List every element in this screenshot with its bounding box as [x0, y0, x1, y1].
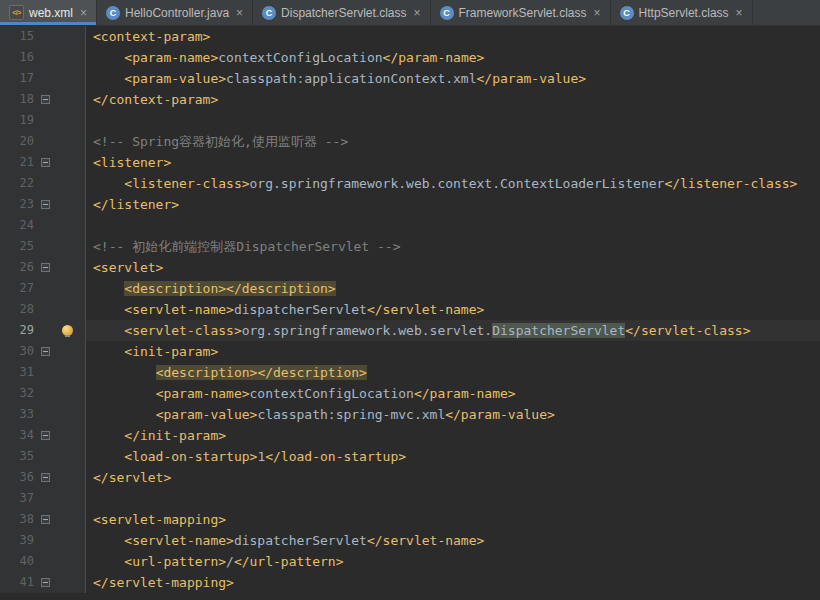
code-token: </param-value>: [445, 407, 555, 422]
code-token: <param-name>: [156, 386, 250, 401]
fold-marker-icon[interactable]: [41, 158, 50, 167]
line-number: 19: [0, 110, 34, 131]
fold-marker-icon[interactable]: [41, 95, 50, 104]
line-number: 29: [0, 320, 34, 341]
fold-marker-icon[interactable]: [41, 200, 50, 209]
code-token: <load-on-startup>: [124, 449, 257, 464]
code-token: </servlet-mapping>: [93, 575, 234, 590]
fold-marker-icon[interactable]: [41, 473, 50, 482]
editor-gutter: 38: [0, 509, 86, 530]
code-token: <servlet>: [93, 260, 163, 275]
line-number: 24: [0, 215, 34, 236]
editor-gutter: 27: [0, 278, 86, 299]
editor-pane[interactable]: 15<context-param>16 <param-name>contextC…: [0, 26, 820, 600]
code-line: 34 </init-param>: [0, 425, 820, 446]
editor-gutter: 29: [0, 320, 86, 341]
line-number: 18: [0, 89, 34, 110]
editor-gutter: 34: [0, 425, 86, 446]
line-number: 26: [0, 257, 34, 278]
code-token: [93, 407, 156, 422]
code-line: 15<context-param>: [0, 26, 820, 47]
code-line: 18</context-param>: [0, 89, 820, 110]
editor-gutter: 16: [0, 47, 86, 68]
fold-marker-icon[interactable]: [41, 578, 50, 587]
code-line: 25<!-- 初始化前端控制器DispatcherServlet -->: [0, 236, 820, 257]
code-token: <servlet-class>: [124, 323, 241, 338]
tab-close-icon[interactable]: ×: [736, 7, 743, 19]
tab-dispatcherservlet-class[interactable]: CDispatcherServlet.class×: [253, 0, 430, 25]
fold-marker-icon[interactable]: [41, 263, 50, 272]
code-line: 26<servlet>: [0, 257, 820, 278]
editor-gutter: 33: [0, 404, 86, 425]
editor-tab-bar: </>web.xml×CHelloController.java×CDispat…: [0, 0, 820, 26]
editor-gutter: 37: [0, 488, 86, 509]
code-line: 30 <init-param>: [0, 341, 820, 362]
tab-close-icon[interactable]: ×: [414, 7, 421, 19]
code-line: 22 <listener-class>org.springframework.w…: [0, 173, 820, 194]
code-text: <description></description>: [86, 362, 820, 383]
code-token: contextConfigLocation: [250, 386, 414, 401]
code-line: 31 <description></description>: [0, 362, 820, 383]
editor-gutter: 25: [0, 236, 86, 257]
code-token: </description>: [257, 365, 367, 380]
code-line: 17 <param-value>classpath:applicationCon…: [0, 68, 820, 89]
tab-close-icon[interactable]: ×: [236, 7, 243, 19]
code-line: 33 <param-value>classpath:spring-mvc.xml…: [0, 404, 820, 425]
ide-window: </>web.xml×CHelloController.java×CDispat…: [0, 0, 820, 600]
code-token: [93, 449, 124, 464]
code-text: <listener-class>org.springframework.web.…: [86, 173, 820, 194]
code-token: <servlet-name>: [124, 533, 234, 548]
tab-close-icon[interactable]: ×: [594, 7, 601, 19]
fold-marker-icon[interactable]: [41, 431, 50, 440]
code-token: </param-value>: [477, 71, 587, 86]
code-token: </servlet-name>: [367, 533, 484, 548]
fold-marker-icon[interactable]: [41, 515, 50, 524]
code-token: </servlet-name>: [367, 302, 484, 317]
code-token: [93, 176, 124, 191]
editor-gutter: 41: [0, 572, 86, 593]
code-text: <init-param>: [86, 341, 820, 362]
code-token: org.springframework.web.context.ContextL…: [250, 176, 665, 191]
code-token: [93, 323, 124, 338]
editor-gutter: 35: [0, 446, 86, 467]
code-token: <!-- 初始化前端控制器DispatcherServlet -->: [93, 239, 401, 254]
fold-marker-icon[interactable]: [41, 347, 50, 356]
code-line: 39 <servlet-name>dispatcherServlet</serv…: [0, 530, 820, 551]
code-line: 20<!-- Spring容器初始化,使用监听器 -->: [0, 131, 820, 152]
code-text: <listener>: [86, 152, 820, 173]
code-line: 36</servlet>: [0, 467, 820, 488]
editor-gutter: 26: [0, 257, 86, 278]
line-number: 39: [0, 530, 34, 551]
code-token: <param-value>: [156, 407, 258, 422]
code-line: 38<servlet-mapping>: [0, 509, 820, 530]
code-token: </description>: [226, 281, 336, 296]
code-token: <url-pattern>: [124, 554, 226, 569]
code-text: </context-param>: [86, 89, 820, 110]
code-text: <param-name>contextConfigLocation</param…: [86, 47, 820, 68]
code-token: <servlet-mapping>: [93, 512, 226, 527]
code-token: classpath:applicationContext.xml: [226, 71, 476, 86]
code-text: </servlet-mapping>: [86, 572, 820, 593]
editor-gutter: 21: [0, 152, 86, 173]
code-line: 24: [0, 215, 820, 236]
line-number: 36: [0, 467, 34, 488]
code-line: 29 <servlet-class>org.springframework.we…: [0, 320, 820, 341]
tab-label: HttpServlet.class: [639, 6, 729, 20]
code-text: <servlet>: [86, 257, 820, 278]
tab-httpservlet-class[interactable]: CHttpServlet.class×: [611, 0, 753, 25]
code-token: [93, 386, 156, 401]
editor-gutter: 18: [0, 89, 86, 110]
code-token: [93, 554, 124, 569]
editor-gutter: 24: [0, 215, 86, 236]
tab-label: FrameworkServlet.class: [459, 6, 587, 20]
code-line: 19: [0, 110, 820, 131]
tab-close-icon[interactable]: ×: [80, 7, 87, 19]
intention-bulb-icon[interactable]: [62, 325, 73, 336]
line-number: 38: [0, 509, 34, 530]
tab-frameworkservlet-class[interactable]: CFrameworkServlet.class×: [431, 0, 611, 25]
tab-label: DispatcherServlet.class: [281, 6, 406, 20]
editor-gutter: 28: [0, 299, 86, 320]
tab-web-xml[interactable]: </>web.xml×: [0, 0, 97, 25]
tab-hellocontroller-java[interactable]: CHelloController.java×: [97, 0, 253, 25]
code-text: <!-- Spring容器初始化,使用监听器 -->: [86, 131, 820, 152]
